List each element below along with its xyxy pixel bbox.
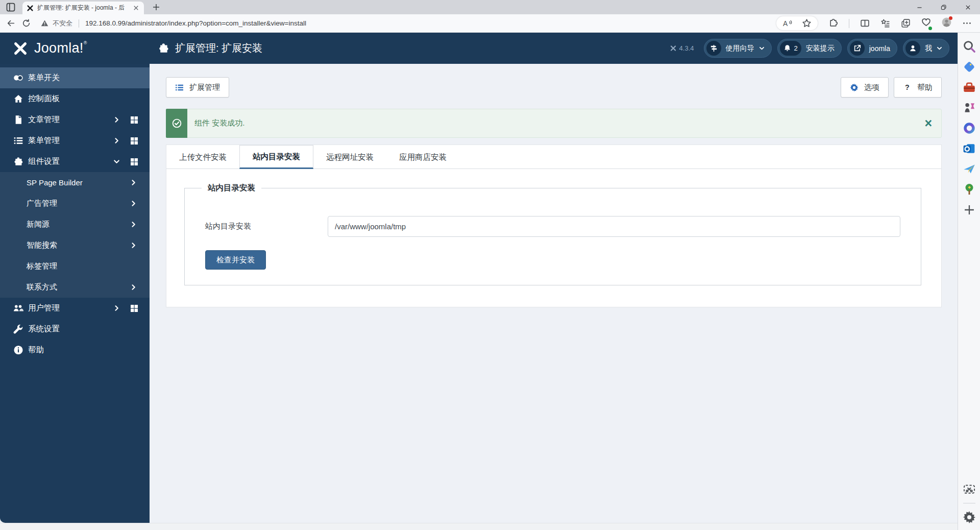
alert-close-icon[interactable]: × [924,117,932,130]
sidebar-item-菜单管理[interactable]: 菜单管理 [0,130,150,151]
sidebar-item-智能搜索[interactable]: 智能搜索 [0,235,150,256]
sidebar-item-label: 新闻源 [27,220,50,229]
browser-titlebar: 扩展管理: 扩展安装 - joomla - 后 [0,0,980,14]
sidebar-item-联系方式[interactable]: 联系方式 [0,277,150,298]
chev-right-icon[interactable] [130,221,137,228]
header-pill-external-link[interactable]: joomla [847,39,897,58]
grid-icon[interactable] [130,116,138,124]
close-window-button[interactable] [956,0,980,14]
sidebar-item-控制面板[interactable]: 控制面板 [0,88,150,109]
header-pills: 使用向导2安装提示joomla我 [704,39,949,58]
close-icon [965,4,971,11]
chev-right-icon[interactable] [130,242,137,249]
puzzle-icon [158,43,169,54]
star-icon[interactable] [802,18,812,28]
browser-essentials[interactable] [921,17,931,29]
extensions-manager-button[interactable]: 扩展管理 [166,77,229,98]
joomla-version-icon [670,45,677,52]
sidebar-item-菜单开关[interactable]: 菜单开关 [0,67,150,88]
search-icon[interactable] [963,40,976,53]
split-screen-icon[interactable] [860,18,870,28]
chev-right-icon[interactable] [113,116,120,123]
security-chip[interactable]: 不安全 [41,19,72,28]
collections-icon[interactable] [901,18,911,28]
grid-icon[interactable] [130,304,138,312]
chev-right-icon[interactable] [113,137,120,144]
chev-right-icon[interactable] [130,284,137,291]
pill-label: 安装提示 [806,44,835,53]
browser-tab[interactable]: 扩展管理: 扩展安装 - joomla - 后 [22,2,144,14]
add-icon[interactable] [963,203,976,216]
logo-reg: ® [84,40,87,45]
sidebar-nav: 菜单开关控制面板文章管理菜单管理组件设置SP Page Builder广告管理新… [0,64,150,523]
chev-right-icon[interactable] [130,179,137,186]
header-right: 4.3.4 使用向导2安装提示joomla我 [670,39,958,58]
joomla-logo-icon [12,41,29,56]
sidebar-item-帮助[interactable]: 帮助 [0,340,150,360]
alert-message: 组件 安装成功. [187,118,924,128]
grid-icon[interactable] [130,158,138,166]
joomla-favicon-icon [27,5,34,12]
tab-actions-icon[interactable] [5,2,16,12]
header-pill-person[interactable]: 我 [903,39,949,58]
header-pill-bell[interactable]: 2安装提示 [777,39,842,58]
outlook-icon[interactable] [963,142,976,155]
restore-window-button[interactable] [932,0,955,14]
svg-text:?: ? [905,83,910,91]
chev-right-icon[interactable] [113,305,120,311]
notification-count-badge: 2 [794,44,798,52]
more-icon[interactable] [962,18,972,28]
extensions-manager-label: 扩展管理 [189,83,220,92]
info-icon [13,345,23,355]
sidebar-item-系统设置[interactable]: 系统设置 [0,319,150,340]
browser-essentials-icon[interactable] [921,17,931,27]
screenshot-icon[interactable] [963,483,976,496]
extensions-icon[interactable] [828,18,838,28]
check-and-install-button[interactable]: 检查并安装 [205,250,266,270]
install-directory-input[interactable] [328,216,900,237]
shopping-icon[interactable] [963,60,976,74]
puzzle-icon [13,157,23,166]
svg-text:A: A [783,20,788,28]
sidebar-item-新闻源[interactable]: 新闻源 [0,214,150,235]
tab-站内目录安装[interactable]: 站内目录安装 [239,145,313,169]
favorites-icon[interactable] [880,18,890,28]
tab-上传文件安装[interactable]: 上传文件安装 [166,145,239,168]
sidebar-item-label: 广告管理 [27,199,57,208]
drop-icon[interactable] [963,162,976,176]
sidebar-item-label: 菜单管理 [28,135,60,146]
read-aloud-icon[interactable]: A [782,18,792,28]
external-link-iconbox [850,41,865,56]
minimize-window-button[interactable] [908,0,932,14]
chev-down-icon[interactable] [113,158,120,165]
sidebar-item-标签管理[interactable]: 标签管理 [0,256,150,277]
chev-down-icon [937,45,942,51]
sidebar-item-用户管理[interactable]: 用户管理 [0,298,150,319]
sidebar-item-文章管理[interactable]: 文章管理 [0,109,150,130]
chev-right-icon[interactable] [130,200,137,207]
games-icon[interactable] [963,101,976,114]
sidebar-item-SP Page Builder[interactable]: SP Page Builder [0,172,150,193]
grid-icon[interactable] [130,137,138,145]
toolbox-icon[interactable] [963,81,976,94]
settings-icon[interactable] [963,511,976,524]
profile[interactable] [942,17,951,29]
help-button[interactable]: ? 帮助 [894,77,942,98]
microsoft-loop-icon[interactable] [963,122,976,135]
header-pill-signpost[interactable]: 使用向导 [704,39,772,58]
sidebar-item-组件设置[interactable]: 组件设置 [0,151,150,172]
gear-icon [850,83,859,92]
new-tab-icon[interactable] [152,3,160,11]
tree-icon[interactable] [963,183,976,196]
tab-远程网址安装[interactable]: 远程网址安装 [313,145,386,168]
tab-close-icon[interactable] [132,4,140,12]
sidebar-item-label: 标签管理 [27,261,57,271]
refresh-icon[interactable] [22,19,31,28]
sidebar-item-广告管理[interactable]: 广告管理 [0,193,150,214]
sidebar-item-label: 控制面板 [28,93,60,104]
url-text[interactable]: 192.168.0.99/administrator/index.php?opt… [85,19,306,27]
options-button[interactable]: 选项 [841,77,889,98]
edge-sidebar-divider [963,503,975,503]
tab-应用商店安装[interactable]: 应用商店安装 [386,145,459,168]
back-icon[interactable] [7,19,15,28]
